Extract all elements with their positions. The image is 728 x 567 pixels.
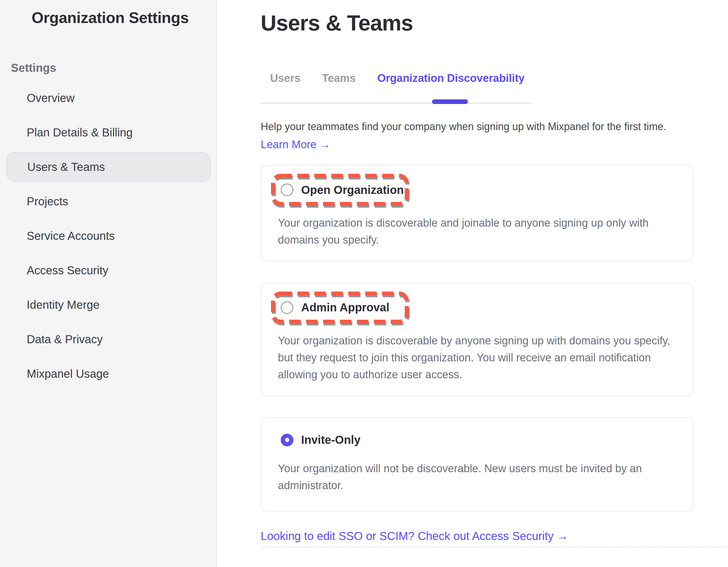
option-description-invite-only: Your organization will not be discoverab… [278, 460, 686, 494]
learn-more-link[interactable]: Learn More → [261, 138, 330, 151]
sidebar-nav: Overview Plan Details & Billing Users & … [0, 83, 216, 389]
option-description-open-organization: Your organization is discoverable and jo… [278, 214, 686, 248]
sidebar-item-identity-merge[interactable]: Identity Merge [0, 290, 216, 320]
sidebar-title: Organization Settings [32, 9, 216, 26]
option-label-open-organization: Open Organization [301, 183, 404, 196]
tab-active-indicator [432, 99, 468, 104]
radio-dot-icon [285, 438, 289, 442]
option-card-open-organization: Open Organization Your organization is d… [261, 165, 693, 262]
tab-users[interactable]: Users [270, 72, 301, 84]
radio-admin-approval[interactable] [281, 301, 293, 314]
access-security-link[interactable]: Looking to edit SSO or SCIM? Check out A… [261, 530, 568, 543]
sidebar-item-overview[interactable]: Overview [0, 83, 216, 113]
option-description-admin-approval: Your organization is discoverable by any… [278, 332, 686, 383]
sidebar-item-access-security[interactable]: Access Security [0, 255, 216, 285]
sidebar-item-projects[interactable]: Projects [0, 186, 216, 216]
tab-underline-track [260, 102, 533, 104]
page-title: Users & Teams [261, 10, 728, 35]
bottom-separator [261, 547, 727, 547]
intro-text: Help your teammates find your company wh… [261, 121, 728, 133]
tab-underline [261, 99, 534, 104]
option-card-invite-only: Invite-Only Your organization will not b… [261, 417, 693, 511]
highlight-annotation-open-organization: Open Organization [271, 174, 409, 206]
main-content: Users & Teams Users Teams Organization D… [217, 0, 728, 567]
sidebar-item-mixpanel-usage[interactable]: Mixpanel Usage [0, 359, 216, 389]
sidebar-item-users-teams[interactable]: Users & Teams [6, 152, 211, 182]
sidebar: Organization Settings Settings Overview … [0, 0, 217, 567]
radio-invite-only[interactable] [281, 434, 293, 446]
sidebar-item-plan-details-billing[interactable]: Plan Details & Billing [0, 117, 216, 147]
radio-open-organization[interactable] [281, 183, 293, 196]
tab-teams[interactable]: Teams [322, 72, 356, 84]
option-label-admin-approval: Admin Approval [301, 301, 389, 314]
highlight-annotation-admin-approval: Admin Approval [271, 292, 409, 324]
option-label-invite-only: Invite-Only [301, 434, 361, 446]
sidebar-section-label: Settings [11, 61, 216, 74]
tab-bar: Users Teams Organization Discoverability [261, 72, 728, 84]
option-card-admin-approval: Admin Approval Your organization is disc… [261, 283, 693, 396]
tab-organization-discoverability[interactable]: Organization Discoverability [377, 72, 524, 84]
sidebar-item-service-accounts[interactable]: Service Accounts [0, 221, 216, 251]
sidebar-item-data-privacy[interactable]: Data & Privacy [0, 324, 216, 354]
discoverability-options: Open Organization Your organization is d… [261, 165, 693, 511]
